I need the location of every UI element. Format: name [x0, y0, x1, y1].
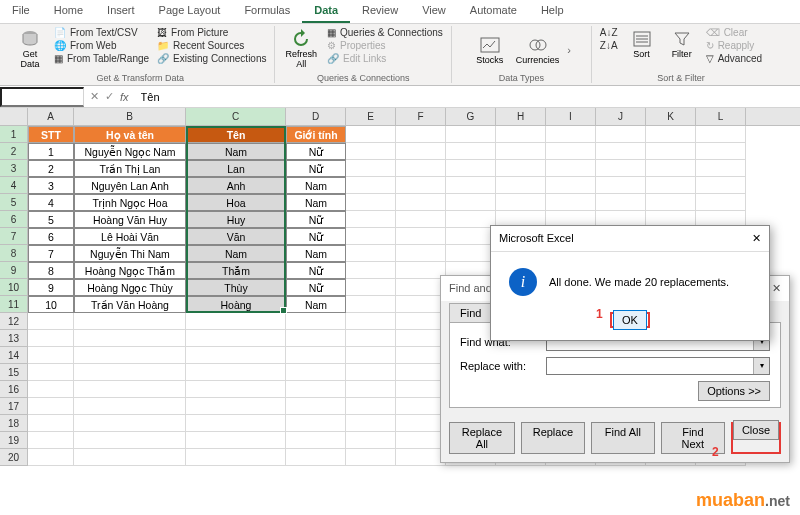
cell[interactable] [186, 415, 286, 432]
col-header[interactable]: B [74, 108, 186, 125]
col-header[interactable]: K [646, 108, 696, 125]
tab-formulas[interactable]: Formulas [232, 0, 302, 23]
cell[interactable] [396, 364, 446, 381]
cell[interactable]: Trần Thị Lan [74, 160, 186, 177]
cell[interactable] [496, 194, 546, 211]
cell[interactable] [446, 143, 496, 160]
cell[interactable] [74, 313, 186, 330]
cell[interactable]: Nam [286, 177, 346, 194]
cell[interactable] [346, 398, 396, 415]
cell[interactable] [74, 398, 186, 415]
cell[interactable] [286, 398, 346, 415]
cell[interactable] [496, 177, 546, 194]
cell[interactable] [28, 313, 74, 330]
options-button[interactable]: Options >> [698, 381, 770, 401]
tab-view[interactable]: View [410, 0, 458, 23]
row-header[interactable]: 9 [0, 262, 28, 279]
cell[interactable] [286, 381, 346, 398]
cell[interactable] [346, 279, 396, 296]
cell[interactable]: Nguyễn Ngọc Nam [74, 143, 186, 160]
cell[interactable]: Hoàng Ngọc Thùy [74, 279, 186, 296]
cell[interactable] [396, 415, 446, 432]
cell[interactable] [396, 177, 446, 194]
replace-with-input[interactable] [547, 358, 753, 374]
cell[interactable] [446, 126, 496, 143]
cell[interactable] [546, 126, 596, 143]
cell[interactable] [74, 347, 186, 364]
row-header[interactable]: 12 [0, 313, 28, 330]
existing-connections[interactable]: 🔗Existing Connections [155, 52, 268, 65]
row-header[interactable]: 8 [0, 245, 28, 262]
cell[interactable]: Trịnh Ngọc Hoa [74, 194, 186, 211]
replace-button[interactable]: Replace [521, 422, 585, 454]
row-header[interactable]: 7 [0, 228, 28, 245]
cell[interactable] [696, 143, 746, 160]
row-header[interactable]: 20 [0, 449, 28, 466]
cell[interactable] [28, 415, 74, 432]
currencies-type[interactable]: Currencies [512, 32, 564, 68]
cell[interactable] [396, 279, 446, 296]
cell[interactable] [186, 330, 286, 347]
get-data-button[interactable]: Get Data [12, 26, 48, 72]
cell[interactable]: Nam [286, 194, 346, 211]
cell[interactable] [286, 347, 346, 364]
cell[interactable] [346, 296, 396, 313]
cell[interactable] [646, 194, 696, 211]
cell[interactable] [286, 330, 346, 347]
cell[interactable] [74, 381, 186, 398]
cell[interactable]: Lê Hoài Văn [74, 228, 186, 245]
cell[interactable] [346, 211, 396, 228]
cell[interactable] [596, 126, 646, 143]
cell[interactable] [596, 160, 646, 177]
filter-button[interactable]: Filter [664, 26, 700, 62]
enter-icon[interactable]: ✓ [105, 90, 114, 103]
cell[interactable]: Nữ [286, 143, 346, 160]
col-header[interactable]: J [596, 108, 646, 125]
row-header[interactable]: 4 [0, 177, 28, 194]
col-header[interactable]: G [446, 108, 496, 125]
cell[interactable]: Nguyễn Thi Nam [74, 245, 186, 262]
cell[interactable]: Nữ [286, 211, 346, 228]
cell[interactable] [496, 160, 546, 177]
cell[interactable] [546, 194, 596, 211]
tab-home[interactable]: Home [42, 0, 95, 23]
cell[interactable] [28, 432, 74, 449]
cell[interactable] [546, 160, 596, 177]
row-header[interactable]: 14 [0, 347, 28, 364]
cell[interactable] [346, 177, 396, 194]
cell[interactable] [496, 126, 546, 143]
cell[interactable] [186, 398, 286, 415]
cell[interactable] [28, 364, 74, 381]
cell[interactable] [74, 364, 186, 381]
cell[interactable] [186, 449, 286, 466]
cell[interactable] [696, 177, 746, 194]
cell[interactable] [28, 398, 74, 415]
tab-find-dialog[interactable]: Find [449, 303, 492, 322]
table-header[interactable]: Tên [186, 126, 286, 143]
cell[interactable]: Nữ [286, 279, 346, 296]
cell[interactable] [346, 262, 396, 279]
close-button[interactable]: Close [733, 420, 779, 440]
row-header[interactable]: 2 [0, 143, 28, 160]
cell[interactable] [596, 143, 646, 160]
cell[interactable] [396, 296, 446, 313]
row-header[interactable]: 1 [0, 126, 28, 143]
cell[interactable] [346, 228, 396, 245]
cell[interactable]: Thùy [186, 279, 286, 296]
from-picture[interactable]: 🖼From Picture [155, 26, 268, 39]
replace-all-button[interactable]: Replace All [449, 422, 515, 454]
cell[interactable] [396, 432, 446, 449]
tab-insert[interactable]: Insert [95, 0, 147, 23]
cell[interactable] [346, 160, 396, 177]
cell[interactable]: Lan [186, 160, 286, 177]
cell[interactable] [186, 364, 286, 381]
from-table-range[interactable]: ▦From Table/Range [52, 52, 151, 65]
row-header[interactable]: 11 [0, 296, 28, 313]
formula-input[interactable] [135, 89, 800, 105]
col-header[interactable]: H [496, 108, 546, 125]
cell[interactable] [74, 432, 186, 449]
from-web[interactable]: 🌐From Web [52, 39, 151, 52]
row-header[interactable]: 13 [0, 330, 28, 347]
tab-automate[interactable]: Automate [458, 0, 529, 23]
cell[interactable]: Nam [186, 143, 286, 160]
